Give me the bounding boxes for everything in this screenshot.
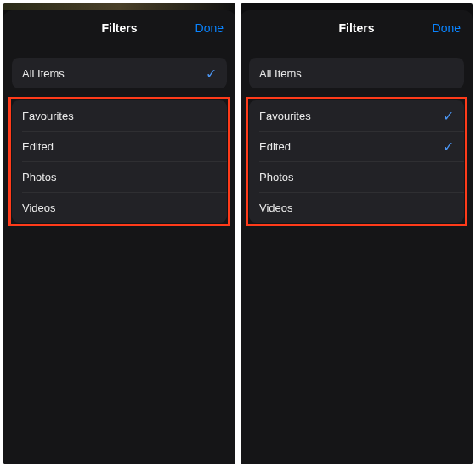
filter-label: Edited — [22, 140, 54, 153]
sheet-header: Filters Done — [3, 10, 235, 46]
filter-label: Videos — [22, 201, 56, 214]
filter-label: Edited — [259, 140, 291, 153]
filter-row-edited[interactable]: Edited ✓ — [12, 131, 227, 162]
sheet-title: Filters — [338, 21, 374, 35]
sheet-title: Filters — [101, 21, 137, 35]
filter-label: Favourites — [259, 110, 311, 122]
filter-row-edited[interactable]: Edited ✓ — [249, 131, 464, 162]
filters-sheet: Filters Done All Items ✓ Favourites ✓ — [241, 10, 473, 464]
filter-card: All Items ✓ — [249, 58, 464, 88]
filter-row-videos[interactable]: Videos ✓ — [249, 192, 464, 223]
filter-row-photos[interactable]: Photos ✓ — [249, 162, 464, 192]
filter-group-types: Favourites ✓ Edited ✓ Photos ✓ Videos ✓ — [12, 100, 227, 223]
filter-row-photos[interactable]: Photos ✓ — [12, 162, 227, 192]
sheet-header: Filters Done — [241, 10, 473, 46]
filter-label: Photos — [259, 171, 293, 184]
filter-row-all-items[interactable]: All Items ✓ — [12, 58, 227, 88]
filter-group-types: Favourites ✓ Edited ✓ Photos ✓ Videos ✓ — [249, 100, 464, 223]
comparison-stage: Filters Done All Items ✓ Favourites ✓ — [0, 0, 476, 476]
screen-left: Filters Done All Items ✓ Favourites ✓ — [3, 3, 235, 464]
check-icon: ✓ — [206, 65, 217, 82]
filter-label: Favourites — [22, 110, 74, 122]
filter-label: All Items — [259, 67, 302, 80]
done-button[interactable]: Done — [433, 21, 461, 35]
filters-sheet: Filters Done All Items ✓ Favourites ✓ — [3, 10, 235, 464]
filter-card: Favourites ✓ Edited ✓ Photos ✓ Videos ✓ — [249, 100, 464, 223]
done-button[interactable]: Done — [196, 21, 224, 35]
filter-label: Videos — [259, 201, 293, 214]
filter-card: All Items ✓ — [12, 58, 227, 88]
filter-group-all: All Items ✓ — [249, 58, 464, 88]
check-icon: ✓ — [443, 139, 454, 155]
filter-row-all-items[interactable]: All Items ✓ — [249, 58, 464, 88]
check-icon: ✓ — [443, 108, 454, 124]
filter-label: Photos — [22, 171, 56, 184]
filter-group-all: All Items ✓ — [12, 58, 227, 88]
filter-card: Favourites ✓ Edited ✓ Photos ✓ Videos ✓ — [12, 100, 227, 223]
filter-row-favourites[interactable]: Favourites ✓ — [249, 100, 464, 131]
filter-label: All Items — [22, 67, 65, 80]
filter-row-videos[interactable]: Videos ✓ — [12, 192, 227, 223]
screen-right: Filters Done All Items ✓ Favourites ✓ — [241, 3, 473, 464]
filter-row-favourites[interactable]: Favourites ✓ — [12, 100, 227, 131]
